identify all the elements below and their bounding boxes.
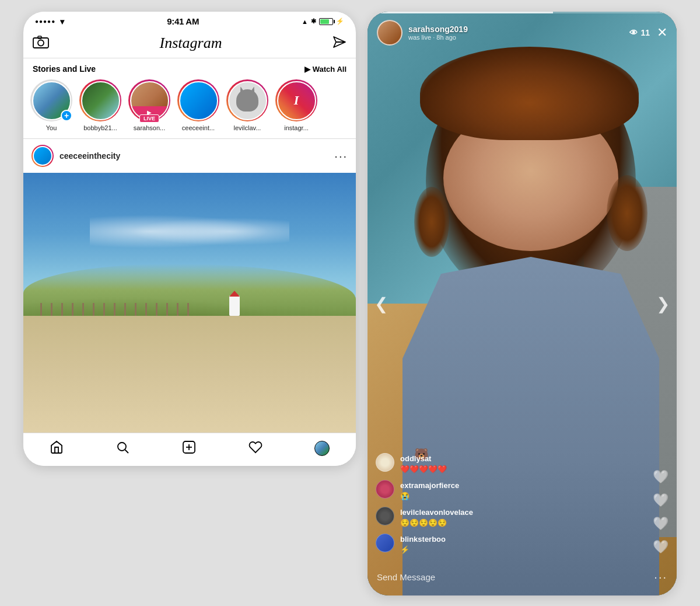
live-progress-fill (368, 12, 553, 13)
comment-text-levil: levilcleavonlovelace 😌😌😌😌😌 (400, 507, 473, 528)
comment-emoji-oddlysat: ❤️❤️❤️❤️❤️ (400, 465, 447, 473)
post-avatar-inner (33, 146, 52, 166)
story-you-name: You (30, 124, 72, 131)
comment-username-oddlysat: oddlysat (400, 454, 431, 463)
story-ceecee[interactable]: ceeceeint... (177, 79, 219, 131)
svg-point-5 (118, 443, 126, 451)
post-more-button[interactable]: ··· (334, 149, 348, 163)
live-username-wrap: sarahsong2019 was live · 8h ago (408, 25, 468, 41)
heart-4[interactable]: 🤍 (653, 539, 668, 555)
svg-rect-0 (33, 38, 48, 48)
svg-point-1 (38, 40, 44, 46)
wifi-icon: ▾ (60, 17, 64, 26)
viewer-count: 11 (640, 28, 650, 37)
post-image (23, 173, 356, 433)
story-bobbyb21[interactable]: bobbyb21... (79, 79, 121, 131)
heart-icon (249, 440, 262, 454)
story-you[interactable]: + You (30, 79, 72, 131)
add-story-button[interactable]: + (61, 110, 72, 121)
phone-left: ●●●●● ▾ 9:41 AM ▲ ✱ ⚡ Ins (23, 12, 356, 466)
comment-username-levil: levilcleavonlovelace (400, 508, 473, 517)
svg-rect-2 (38, 36, 41, 39)
live-user-info: sarahsong2019 was live · 8h ago (377, 20, 629, 46)
live-status: was live · 8h ago (408, 34, 468, 41)
story-bobbyb21-wrap (79, 79, 121, 121)
status-left: ●●●●● ▾ (35, 17, 64, 26)
nav-heart-button[interactable] (249, 440, 262, 457)
heart-2[interactable]: 🤍 (653, 493, 668, 508)
live-progress-bar[interactable] (368, 12, 677, 13)
comment-text-oddlysat: oddlysat ❤️❤️❤️❤️❤️ (400, 453, 447, 474)
live-user-avatar[interactable] (377, 20, 402, 46)
live-username: sarahsong2019 (408, 25, 468, 34)
hair-curl-left (414, 187, 449, 257)
story-ceecee-inner (179, 81, 218, 120)
story-ceecee-ring (177, 79, 219, 121)
story-instagram[interactable]: I instagr... (275, 79, 317, 131)
nav-search-button[interactable] (116, 440, 130, 457)
watch-all-button[interactable]: ▶ Watch All (304, 65, 346, 74)
story-instagram-name: instagr... (275, 124, 317, 131)
location-icon: ▲ (302, 18, 308, 25)
signal-dots: ●●●●● (35, 18, 55, 25)
status-time: 9:41 AM (167, 16, 199, 26)
instagram-logo: Instagram (160, 34, 222, 52)
live-hearts: 🤍 🤍 🤍 🤍 (653, 469, 668, 555)
charging-icon: ⚡ (336, 18, 344, 25)
hair-curl-right (607, 175, 648, 251)
story-levil-name: levilclav... (226, 124, 268, 131)
story-bobbyb21-inner (81, 81, 120, 120)
beach-clouds (90, 212, 289, 251)
stories-header: Stories and Live ▶ Watch All (23, 64, 356, 79)
status-right: ▲ ✱ ⚡ (302, 18, 344, 25)
nav-add-button[interactable] (182, 440, 196, 457)
comment-blink: blinksterboo ⚡ (376, 534, 634, 555)
battery-fill (320, 19, 329, 24)
story-levil[interactable]: levilclav... (226, 79, 268, 131)
live-bottom-bar: Send Message ··· (368, 563, 677, 595)
post-header: ceeceeinthecity ··· (23, 139, 356, 173)
comment-username-blink: blinksterboo (400, 535, 446, 544)
play-icon: ▶ (304, 65, 310, 74)
live-prev-button[interactable]: ❮ (374, 294, 388, 314)
heart-3[interactable]: 🤍 (653, 516, 668, 531)
heart-1[interactable]: 🤍 (653, 469, 668, 485)
comment-extramajor: extramajorfierce 😭 (376, 480, 634, 501)
svg-line-6 (125, 450, 129, 454)
camera-button[interactable] (33, 36, 49, 51)
profile-avatar (314, 441, 330, 456)
live-more-button[interactable]: ··· (654, 570, 667, 584)
post-avatar[interactable] (32, 145, 54, 167)
battery-icon (319, 18, 333, 25)
stories-section: Stories and Live ▶ Watch All + You (23, 58, 356, 139)
send-button[interactable] (332, 36, 346, 51)
story-you-avatar-wrap: + (30, 79, 72, 121)
story-ceecee-name: ceeceeint... (177, 124, 219, 131)
comment-text-blink: blinksterboo ⚡ (400, 534, 446, 555)
comment-username-extramajor: extramajorfierce (400, 481, 459, 490)
nav-profile-button[interactable] (314, 441, 330, 456)
status-bar: ●●●●● ▾ 9:41 AM ▲ ✱ ⚡ (23, 12, 356, 29)
nav-home-button[interactable] (50, 440, 64, 457)
story-sarahson[interactable]: ▶ LIVE sarahson... (128, 79, 170, 131)
home-icon (50, 440, 64, 454)
live-comments: oddlysat ❤️❤️❤️❤️❤️ extramajorfierce 😭 l… (368, 453, 642, 555)
comment-avatar-blink (376, 534, 394, 552)
send-message-input[interactable]: Send Message (377, 572, 654, 582)
story-sarahson-wrap: ▶ LIVE (128, 79, 170, 121)
comment-levil: levilcleavonlovelace 😌😌😌😌😌 (376, 507, 634, 528)
bluetooth-icon: ✱ (311, 18, 316, 25)
comment-emoji-blink: ⚡ (400, 545, 410, 554)
story-levil-wrap (226, 79, 268, 121)
add-icon (182, 440, 196, 454)
live-close-button[interactable]: ✕ (657, 25, 667, 40)
story-bobbyb21-ring (79, 79, 121, 121)
send-icon (332, 36, 346, 48)
live-badge: LIVE (139, 114, 159, 123)
story-instagram-wrap: I (275, 79, 317, 121)
story-sarahson-name: sarahson... (128, 124, 170, 131)
feed-post: ceeceeinthecity ··· (23, 139, 356, 433)
comment-avatar-levil (376, 507, 394, 525)
live-next-button[interactable]: ❯ (656, 294, 670, 314)
comment-emoji-levil: 😌😌😌😌😌 (400, 518, 447, 527)
